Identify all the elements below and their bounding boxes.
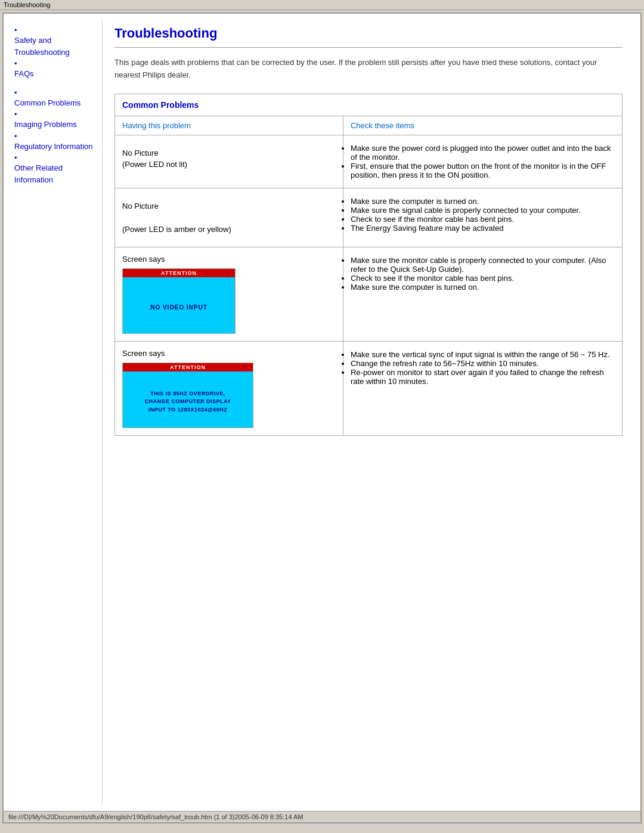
screen-display-2: ATTENTION THIS IS 85HZ OVERDRIVE,CHANGE … — [122, 363, 253, 428]
check-item: First, ensure that the power button on t… — [351, 162, 615, 179]
sidebar-item-safety[interactable]: Safety and Troubleshooting — [14, 26, 97, 58]
check-cell-2: Make sure the computer is turned on. Mak… — [343, 188, 622, 247]
check-list-1: Make sure the power cord is plugged into… — [351, 144, 615, 179]
screen-text-2: THIS IS 85HZ OVERDRIVE,CHANGE COMPUTER D… — [144, 390, 231, 414]
intro-text: This page deals with problems that can b… — [114, 57, 623, 82]
check-item: Make sure the monitor cable is properly … — [351, 256, 615, 274]
problem-cell-4: Screen says ATTENTION THIS IS 85HZ OVERD… — [115, 342, 343, 436]
common-problems-link[interactable]: Common Problems — [14, 97, 97, 109]
table-row: No Picture(Power LED not lit) Make sure … — [115, 135, 623, 188]
check-item: Make sure the signal cable is properly c… — [351, 206, 615, 215]
col-header-check: Check these items — [343, 116, 622, 135]
check-cell-3: Make sure the monitor cable is properly … — [343, 247, 622, 342]
col-header-problem: Having this problem — [115, 116, 343, 135]
main-content: Troubleshooting This page deals with pro… — [102, 20, 634, 805]
title-bar-text: Troubleshooting — [4, 1, 50, 8]
check-item: Make sure the computer is turned on. — [351, 283, 615, 292]
problems-table: Common Problems Having this problem Chec… — [114, 94, 623, 436]
sidebar-item-imaging[interactable]: Imaging Problems — [14, 110, 97, 131]
status-text: file:///D|/My%20Documents/dfu/A9/english… — [8, 813, 303, 820]
check-cell-4: Make sure the vertical sync of input sig… — [343, 342, 622, 436]
status-bar: file:///D|/My%20Documents/dfu/A9/english… — [4, 811, 640, 822]
check-item: Check to see if the monitor cable has be… — [351, 274, 615, 283]
screen-text-1: NO VIDEO INPUT — [150, 304, 208, 311]
table-row: Screen says ATTENTION NO VIDEO INPUT Mak… — [115, 247, 623, 342]
table-row: Screen says ATTENTION THIS IS 85HZ OVERD… — [115, 342, 623, 436]
check-item: The Energy Saving feature may be activat… — [351, 224, 615, 233]
check-cell-1: Make sure the power cord is plugged into… — [343, 135, 622, 188]
table-title-row: Common Problems — [115, 94, 623, 116]
check-item: Change the refresh rate to 56~75Hz withi… — [351, 359, 615, 368]
problem-text-2: No Picture(Power LED is amber or yellow) — [122, 202, 231, 234]
table-row: No Picture(Power LED is amber or yellow)… — [115, 188, 623, 247]
check-item: Check to see if the monitor cable has be… — [351, 215, 615, 224]
divider — [114, 47, 623, 48]
problem-cell-3: Screen says ATTENTION NO VIDEO INPUT — [115, 247, 343, 342]
faqs-link[interactable]: FAQs — [14, 68, 97, 80]
check-item: Make sure the computer is turned on. — [351, 197, 615, 206]
table-header-row: Having this problem Check these items — [115, 116, 623, 135]
sidebar: Safety and Troubleshooting FAQs Common P… — [10, 20, 102, 805]
attention-bar-2: ATTENTION — [123, 363, 253, 371]
other-related-link[interactable]: Other Related Information — [14, 162, 97, 185]
check-list-2: Make sure the computer is turned on. Mak… — [351, 197, 615, 233]
page-title: Troubleshooting — [114, 26, 623, 41]
screen-says-label-1: Screen says — [122, 255, 336, 264]
imaging-problems-link[interactable]: Imaging Problems — [14, 119, 97, 131]
check-item: Make sure the power cord is plugged into… — [351, 144, 615, 162]
screen-display-1: ATTENTION NO VIDEO INPUT — [122, 268, 236, 334]
sidebar-item-faqs[interactable]: FAQs — [14, 59, 97, 80]
safety-troubleshooting-link[interactable]: Safety and Troubleshooting — [14, 35, 97, 58]
regulatory-link[interactable]: Regulatory Information — [14, 141, 97, 153]
problem-text-1: No Picture(Power LED not lit) — [122, 148, 187, 169]
sidebar-item-other[interactable]: Other Related Information — [14, 153, 97, 185]
check-list-3: Make sure the monitor cable is properly … — [351, 256, 615, 292]
screen-says-label-2: Screen says — [122, 349, 336, 358]
table-title: Common Problems — [115, 94, 623, 116]
attention-bar-1: ATTENTION — [123, 269, 235, 277]
check-item: Make sure the vertical sync of input sig… — [351, 350, 615, 359]
problem-cell-2: No Picture(Power LED is amber or yellow) — [115, 188, 343, 247]
problem-cell-1: No Picture(Power LED not lit) — [115, 135, 343, 188]
sidebar-item-regulatory[interactable]: Regulatory Information — [14, 132, 97, 153]
sidebar-item-common[interactable]: Common Problems — [14, 88, 97, 109]
check-item: Re-power on monitor to start over again … — [351, 368, 615, 386]
check-list-4: Make sure the vertical sync of input sig… — [351, 350, 615, 386]
